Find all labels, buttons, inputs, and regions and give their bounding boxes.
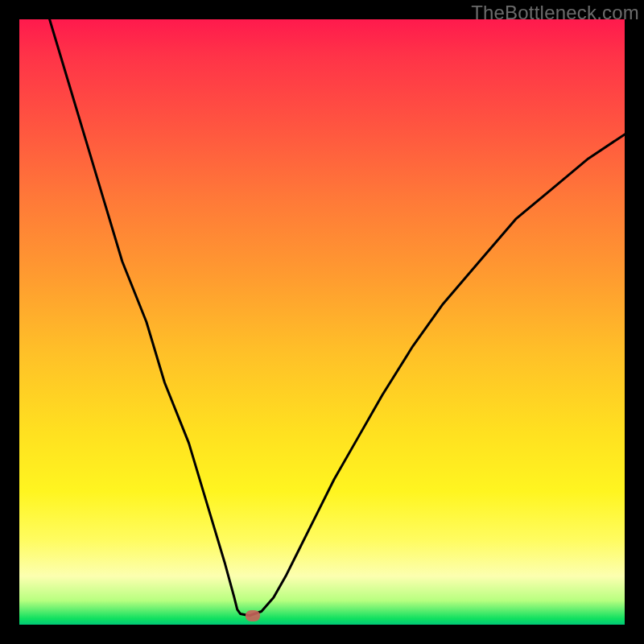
chart-frame: TheBottleneck.com: [0, 0, 644, 644]
plot-area: [19, 19, 625, 625]
bottleneck-marker: [246, 610, 260, 621]
bottleneck-curve: [19, 19, 625, 625]
